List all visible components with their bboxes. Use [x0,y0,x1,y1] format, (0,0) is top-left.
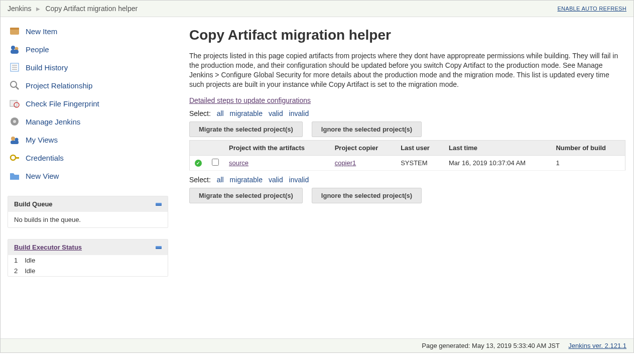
credentials-icon [9,152,21,164]
select-label: Select: [189,109,211,117]
svg-line-10 [16,87,19,89]
ignore-button-bottom[interactable]: Ignore the selected project(s) [312,188,422,203]
nav-people[interactable]: People [8,40,168,58]
main-panel: Copy Artifact migration helper The proje… [175,17,633,338]
nav-label: New Item [26,27,57,36]
svg-rect-4 [11,50,19,54]
breadcrumb-root[interactable]: Jenkins [8,5,31,13]
build-queue-panel: Build Queue No builds in the queue. [8,196,168,228]
select-filter-row-bottom: Select: all migratable valid invalid [189,176,625,184]
svg-rect-11 [10,100,17,106]
collapse-icon[interactable] [156,246,162,249]
enable-auto-refresh-link[interactable]: ENABLE AUTO REFRESH [557,6,626,12]
views-icon [9,134,21,146]
fingerprint-icon [9,97,21,109]
select-label: Select: [189,176,211,184]
nav-new-item[interactable]: New Item [8,22,168,40]
chevron-right-icon: ▶ [36,6,40,12]
page-footer: Page generated: May 13, 2019 5:33:40 AM … [1,338,633,352]
svg-rect-17 [11,141,19,144]
filter-invalid[interactable]: invalid [289,109,309,117]
status-success-icon: ✓ [195,160,202,167]
th-num-build: Number of build [551,140,625,155]
folder-icon [9,170,21,182]
executor-row: 1 Idle [8,255,168,266]
svg-rect-1 [10,28,19,30]
executor-num: 1 [14,257,18,264]
executor-state: Idle [25,267,35,275]
filter-migratable[interactable]: migratable [230,176,263,184]
svg-point-9 [11,81,17,87]
breadcrumb-bar: Jenkins ▶ Copy Artifact migration helper… [1,1,633,17]
page-title: Copy Artifact migration helper [189,27,625,43]
nav-project-relationship[interactable]: Project Relationship [8,76,168,94]
th-project: Project with the artifacts [224,140,330,155]
last-user: SYSTEM [396,155,444,170]
migrate-button-bottom[interactable]: Migrate the selected project(s) [189,188,303,203]
th-last-time: Last time [444,140,551,155]
last-time: Mar 16, 2019 10:37:04 AM [444,155,551,170]
source-link[interactable]: source [229,159,248,167]
jenkins-version-link[interactable]: Jenkins ver. 2.121.1 [568,342,626,349]
filter-all[interactable]: all [217,176,224,184]
svg-point-14 [13,120,16,123]
executor-state: Idle [25,257,35,264]
page-description: The projects listed in this page copied … [189,51,625,89]
filter-valid[interactable]: valid [269,176,283,184]
nav-label: Build History [26,63,68,72]
nav-manage-jenkins[interactable]: Manage Jenkins [8,112,168,131]
build-queue-title: Build Queue [14,200,53,208]
nav-label: Credentials [26,154,64,162]
copier-link[interactable]: copier1 [335,159,356,167]
breadcrumb-current: Copy Artifact migration helper [45,5,138,13]
side-nav: New Item People Build History Project Re… [8,22,168,185]
svg-rect-19 [15,157,19,159]
detailed-steps-link[interactable]: Detailed steps to update configurations [189,96,311,104]
new-item-icon [9,25,21,37]
th-last-user: Last user [396,140,444,155]
table-row: ✓ source copier1 SYSTEM Mar 16, 2019 10:… [190,155,625,170]
gear-icon [9,115,21,128]
executor-status-panel: Build Executor Status 1 Idle 2 Idle [8,239,168,277]
filter-migratable[interactable]: migratable [230,109,263,117]
collapse-icon[interactable] [156,203,162,206]
search-icon [9,79,21,91]
nav-label: Project Relationship [26,81,92,90]
select-filter-row: Select: all migratable valid invalid [189,109,625,117]
nav-my-views[interactable]: My Views [8,131,168,149]
migrate-button-top[interactable]: Migrate the selected project(s) [189,122,303,137]
nav-new-view[interactable]: New View [8,167,168,185]
nav-label: People [26,45,49,54]
nav-label: My Views [26,136,58,144]
executor-num: 2 [14,267,18,275]
build-queue-empty: No builds in the queue. [8,212,168,227]
nav-label: Check File Fingerprint [26,99,99,108]
ignore-button-top[interactable]: Ignore the selected project(s) [312,122,422,137]
executor-status-title[interactable]: Build Executor Status [14,244,82,251]
executor-row: 2 Idle [8,266,168,276]
th-copier: Project copier [330,140,396,155]
history-icon [9,61,21,73]
num-build: 1 [551,155,625,170]
nav-label: New View [26,172,59,180]
filter-valid[interactable]: valid [269,109,283,117]
projects-table: Project with the artifacts Project copie… [189,140,625,171]
row-checkbox[interactable] [212,159,219,166]
side-panel: New Item People Build History Project Re… [1,17,175,338]
filter-invalid[interactable]: invalid [289,176,309,184]
nav-build-history[interactable]: Build History [8,58,168,76]
filter-all[interactable]: all [217,109,224,117]
page-generated: Page generated: May 13, 2019 5:33:40 AM … [422,342,559,349]
nav-label: Manage Jenkins [26,117,80,126]
svg-point-2 [11,46,15,50]
svg-point-15 [11,137,15,141]
nav-check-fingerprint[interactable]: Check File Fingerprint [8,94,168,112]
nav-credentials[interactable]: Credentials [8,149,168,167]
svg-point-18 [11,155,16,160]
people-icon [9,43,21,55]
